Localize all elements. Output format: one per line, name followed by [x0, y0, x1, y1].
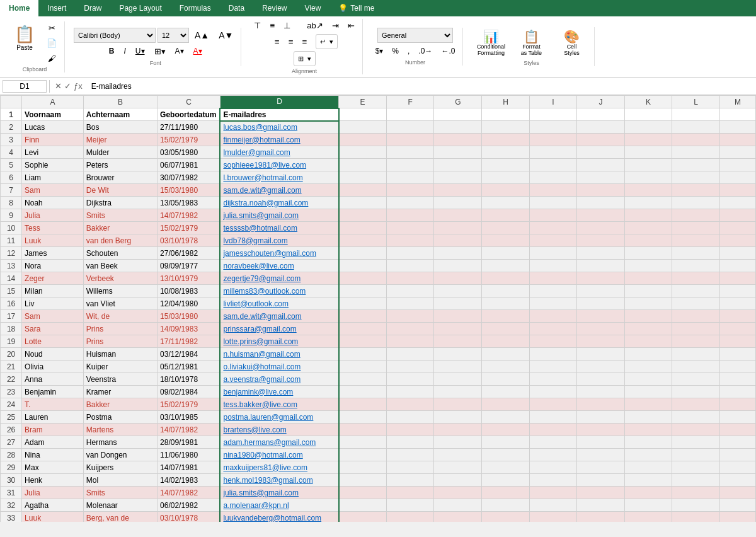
cell-i21[interactable]	[529, 361, 576, 373]
cell-a11[interactable]: Luuk	[22, 234, 84, 247]
cell-f10[interactable]	[386, 222, 434, 234]
font-family-select[interactable]: Calibri (Body)	[74, 28, 156, 43]
cell-g26[interactable]	[434, 424, 482, 436]
cell-m12[interactable]	[719, 247, 755, 260]
number-format-select[interactable]: General	[377, 28, 453, 43]
cell-j27[interactable]	[577, 436, 624, 449]
email-link-2[interactable]: lucas.bos@gmail.com	[223, 123, 297, 132]
cell-a24[interactable]: T.	[22, 398, 84, 411]
cell-m7[interactable]	[719, 184, 755, 197]
col-header-c[interactable]: C	[158, 96, 220, 108]
cell-h16[interactable]	[482, 297, 530, 310]
cell-g12[interactable]	[434, 247, 482, 260]
cell-e5[interactable]	[339, 159, 387, 171]
cell-a29[interactable]: Max	[22, 461, 84, 474]
cell-g7[interactable]	[434, 184, 482, 197]
cell-e21[interactable]	[339, 361, 387, 373]
cell-i25[interactable]	[529, 411, 576, 424]
cell-e15[interactable]	[339, 285, 387, 297]
cell-i14[interactable]	[529, 272, 576, 285]
cell-d21[interactable]: o.liviakui@hotmail.com	[220, 361, 338, 373]
cell-b15[interactable]: Willems	[83, 285, 157, 297]
email-link-32[interactable]: a.molenaar@kpn.nl	[223, 501, 289, 510]
cell-j14[interactable]	[577, 272, 624, 285]
cell-j28[interactable]	[577, 449, 624, 461]
cell-b24[interactable]: Bakker	[83, 398, 157, 411]
cell-h1[interactable]	[482, 108, 530, 121]
cell-l25[interactable]	[672, 411, 720, 424]
cell-d33[interactable]: luukvandeberg@hotmail.com	[220, 512, 338, 523]
cell-h32[interactable]	[482, 499, 530, 512]
cell-c4[interactable]: 03/05/1980	[158, 146, 220, 159]
cell-d18[interactable]: prinssara@gmail.com	[220, 323, 338, 335]
cell-a6[interactable]: Liam	[22, 171, 84, 184]
cell-d32[interactable]: a.molenaar@kpn.nl	[220, 499, 338, 512]
tab-view[interactable]: View	[296, 0, 330, 16]
cell-b9[interactable]: Smits	[83, 209, 157, 222]
cell-d14[interactable]: zegertje79@gmail.com	[220, 272, 338, 285]
cell-e7[interactable]	[339, 184, 387, 197]
cell-d12[interactable]: jamesschouten@gmail.com	[220, 247, 338, 260]
email-link-30[interactable]: henk.mol1983@gmail.com	[223, 476, 312, 485]
cell-i12[interactable]	[529, 247, 576, 260]
cell-e19[interactable]	[339, 335, 387, 348]
cell-l15[interactable]	[672, 285, 720, 297]
cell-h18[interactable]	[482, 323, 530, 335]
cell-i27[interactable]	[529, 436, 576, 449]
cell-i11[interactable]	[529, 234, 576, 247]
cell-f1[interactable]	[386, 108, 434, 121]
bold-button[interactable]: B	[105, 45, 118, 57]
underline-button[interactable]: U▾	[132, 45, 149, 57]
cell-k29[interactable]	[624, 461, 672, 474]
cell-c26[interactable]: 14/07/1982	[158, 424, 220, 436]
cell-k3[interactable]	[624, 134, 672, 146]
cell-d5[interactable]: sophieee1981@live.com	[220, 159, 338, 171]
cell-a25[interactable]: Lauren	[22, 411, 84, 424]
cell-k22[interactable]	[624, 373, 672, 386]
cell-b7[interactable]: De Wit	[83, 184, 157, 197]
cell-a15[interactable]: Milan	[22, 285, 84, 297]
cell-j10[interactable]	[577, 222, 624, 234]
cell-m28[interactable]	[719, 449, 755, 461]
cell-l13[interactable]	[672, 260, 720, 272]
cell-j13[interactable]	[577, 260, 624, 272]
cell-j31[interactable]	[577, 487, 624, 499]
cell-f29[interactable]	[386, 461, 434, 474]
cell-h15[interactable]	[482, 285, 530, 297]
cell-e33[interactable]	[339, 512, 387, 523]
cell-g21[interactable]	[434, 361, 482, 373]
cell-a30[interactable]: Henk	[22, 474, 84, 487]
cell-a16[interactable]: Liv	[22, 297, 84, 310]
cell-d17[interactable]: sam.de.wit@gmail.com	[220, 310, 338, 323]
cell-h25[interactable]	[482, 411, 530, 424]
cell-d26[interactable]: brartens@live.com	[220, 424, 338, 436]
cell-h20[interactable]	[482, 348, 530, 361]
cell-g15[interactable]	[434, 285, 482, 297]
cell-e23[interactable]	[339, 386, 387, 398]
cell-k23[interactable]	[624, 386, 672, 398]
cell-l12[interactable]	[672, 247, 720, 260]
cell-k21[interactable]	[624, 361, 672, 373]
cell-i3[interactable]	[529, 134, 576, 146]
cell-m1[interactable]	[719, 108, 755, 121]
cell-h17[interactable]	[482, 310, 530, 323]
cell-g23[interactable]	[434, 386, 482, 398]
cell-k8[interactable]	[624, 197, 672, 209]
col-header-k[interactable]: K	[624, 96, 672, 108]
cell-f4[interactable]	[386, 146, 434, 159]
cell-a17[interactable]: Sam	[22, 310, 84, 323]
cell-e1[interactable]	[339, 108, 387, 121]
cell-k20[interactable]	[624, 348, 672, 361]
cell-e3[interactable]	[339, 134, 387, 146]
cell-k15[interactable]	[624, 285, 672, 297]
cell-j7[interactable]	[577, 184, 624, 197]
cell-m13[interactable]	[719, 260, 755, 272]
cell-f12[interactable]	[386, 247, 434, 260]
cell-m14[interactable]	[719, 272, 755, 285]
cell-c32[interactable]: 06/02/1982	[158, 499, 220, 512]
cell-a27[interactable]: Adam	[22, 436, 84, 449]
cell-g27[interactable]	[434, 436, 482, 449]
cell-c13[interactable]: 09/09/1977	[158, 260, 220, 272]
cell-g9[interactable]	[434, 209, 482, 222]
cell-e8[interactable]	[339, 197, 387, 209]
